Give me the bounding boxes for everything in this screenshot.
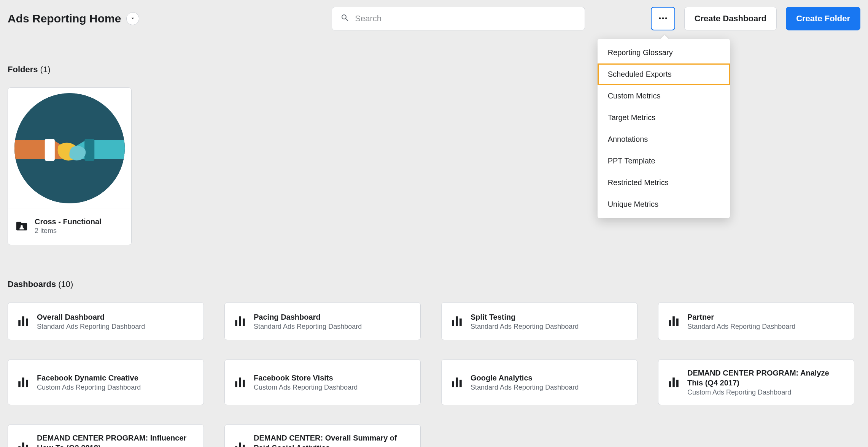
svg-rect-29: [672, 377, 675, 387]
folders-heading-label: Folders: [8, 65, 38, 74]
svg-rect-18: [676, 319, 679, 326]
dashboard-subtitle: Custom Ads Reporting Dashboard: [254, 384, 412, 392]
svg-rect-36: [243, 444, 245, 447]
svg-rect-5: [84, 139, 94, 161]
dashboard-title: Split Testing: [471, 312, 629, 322]
dashboard-title: Facebook Store Visits: [254, 373, 412, 383]
menu-item-ppt-template[interactable]: PPT Template: [598, 150, 730, 172]
more-actions-menu: Reporting Glossary Scheduled Exports Cus…: [598, 39, 730, 218]
svg-rect-15: [459, 319, 462, 326]
dashboard-card[interactable]: Facebook Dynamic CreativeCustom Ads Repo…: [8, 359, 204, 405]
svg-rect-7: [18, 320, 21, 326]
search-input[interactable]: [355, 14, 576, 24]
svg-rect-16: [669, 320, 671, 326]
menu-item-restricted-metrics[interactable]: Restricted Metrics: [598, 172, 730, 193]
svg-rect-21: [26, 379, 28, 387]
svg-rect-9: [26, 319, 28, 326]
dashboard-subtitle: Standard Ads Reporting Dashboard: [687, 323, 846, 331]
dashboard-icon: [16, 314, 30, 328]
dashboard-icon: [450, 314, 464, 328]
svg-rect-27: [459, 379, 462, 387]
dashboard-title: DEMAND CENTER: Overall Summary of Paid S…: [254, 433, 412, 447]
create-dashboard-button[interactable]: Create Dashboard: [684, 7, 777, 30]
dashboard-card[interactable]: Overall DashboardStandard Ads Reporting …: [8, 302, 204, 340]
dashboard-subtitle: Custom Ads Reporting Dashboard: [687, 388, 846, 396]
dashboard-card[interactable]: PartnerStandard Ads Reporting Dashboard: [658, 302, 854, 340]
dashboard-subtitle: Standard Ads Reporting Dashboard: [37, 323, 195, 331]
dashboards-heading-label: Dashboards: [8, 279, 56, 289]
dashboard-card[interactable]: DEMAND CENTER PROGRAM: Influencer How-To…: [8, 424, 204, 447]
chevron-down-icon: [130, 15, 136, 22]
dashboard-title: DEMAND CENTER PROGRAM: Influencer How-To…: [37, 433, 195, 447]
svg-rect-11: [239, 316, 241, 326]
dashboard-icon: [667, 376, 680, 389]
dashboard-card[interactable]: Split TestingStandard Ads Reporting Dash…: [441, 302, 637, 340]
dashboard-subtitle: Custom Ads Reporting Dashboard: [37, 384, 195, 392]
menu-item-custom-metrics[interactable]: Custom Metrics: [598, 85, 730, 107]
more-actions-button[interactable]: [651, 7, 675, 30]
dashboard-icon: [667, 314, 680, 328]
svg-rect-14: [456, 316, 458, 326]
dashboard-card[interactable]: Pacing DashboardStandard Ads Reporting D…: [224, 302, 421, 340]
folder-thumbnail: [8, 88, 131, 209]
svg-rect-24: [243, 379, 245, 387]
folders-heading: Folders (1): [8, 65, 860, 74]
handshake-icon: [14, 93, 125, 203]
dashboard-subtitle: Standard Ads Reporting Dashboard: [471, 384, 629, 392]
dashboards-count: (10): [58, 279, 73, 289]
svg-rect-32: [22, 442, 24, 447]
svg-rect-25: [452, 381, 454, 387]
dashboard-title: Pacing Dashboard: [254, 312, 412, 322]
search-icon: [340, 13, 350, 24]
dashboard-title: Facebook Dynamic Creative: [37, 373, 195, 383]
svg-rect-19: [18, 381, 21, 387]
search-field[interactable]: [332, 7, 585, 30]
svg-rect-35: [239, 442, 241, 447]
dashboard-subtitle: Standard Ads Reporting Dashboard: [254, 323, 412, 331]
dashboard-title: Overall Dashboard: [37, 312, 195, 322]
svg-rect-33: [26, 444, 28, 447]
dashboard-card[interactable]: DEMAND CENTER: Overall Summary of Paid S…: [224, 424, 421, 447]
svg-point-1: [662, 17, 664, 19]
dashboard-icon: [16, 376, 30, 389]
folders-count: (1): [40, 65, 51, 74]
svg-rect-28: [669, 381, 671, 387]
svg-point-2: [665, 17, 667, 19]
dashboard-title: Google Analytics: [471, 373, 629, 383]
dashboard-card[interactable]: Facebook Store VisitsCustom Ads Reportin…: [224, 359, 421, 405]
dashboard-title: DEMAND CENTER PROGRAM: Analyze This (Q4 …: [687, 368, 846, 388]
dashboard-icon: [233, 441, 247, 447]
svg-rect-4: [45, 139, 55, 161]
svg-rect-23: [239, 377, 241, 387]
svg-point-0: [659, 17, 661, 19]
dashboard-card[interactable]: Google AnalyticsStandard Ads Reporting D…: [441, 359, 637, 405]
shared-folder-icon: [15, 219, 29, 233]
svg-rect-13: [452, 320, 454, 326]
menu-item-target-metrics[interactable]: Target Metrics: [598, 107, 730, 128]
dashboard-icon: [233, 314, 247, 328]
svg-rect-10: [235, 320, 237, 326]
menu-item-scheduled-exports[interactable]: Scheduled Exports: [598, 63, 730, 85]
svg-point-6: [21, 225, 23, 227]
menu-item-reporting-glossary[interactable]: Reporting Glossary: [598, 42, 730, 63]
svg-rect-17: [672, 316, 675, 326]
dashboard-icon: [450, 376, 464, 389]
folder-name: Cross - Functional: [35, 217, 102, 226]
svg-rect-30: [676, 379, 679, 387]
dashboards-heading: Dashboards (10): [8, 279, 860, 289]
top-bar: Ads Reporting Home Repor: [8, 7, 860, 30]
svg-rect-26: [456, 377, 458, 387]
svg-rect-20: [22, 377, 24, 387]
dashboard-icon: [16, 441, 30, 447]
menu-item-unique-metrics[interactable]: Unique Metrics: [598, 193, 730, 215]
dashboard-subtitle: Standard Ads Reporting Dashboard: [471, 323, 629, 331]
title-dropdown-button[interactable]: [126, 12, 139, 25]
create-folder-button[interactable]: Create Folder: [786, 7, 860, 30]
svg-rect-22: [235, 381, 237, 387]
dashboard-icon: [233, 376, 247, 389]
folder-item-count: 2 items: [35, 227, 102, 235]
folder-card-cross-functional[interactable]: Cross - Functional 2 items: [8, 87, 132, 245]
dashboard-title: Partner: [687, 312, 846, 322]
menu-item-annotations[interactable]: Annotations: [598, 128, 730, 150]
dashboard-card[interactable]: DEMAND CENTER PROGRAM: Analyze This (Q4 …: [658, 359, 854, 405]
